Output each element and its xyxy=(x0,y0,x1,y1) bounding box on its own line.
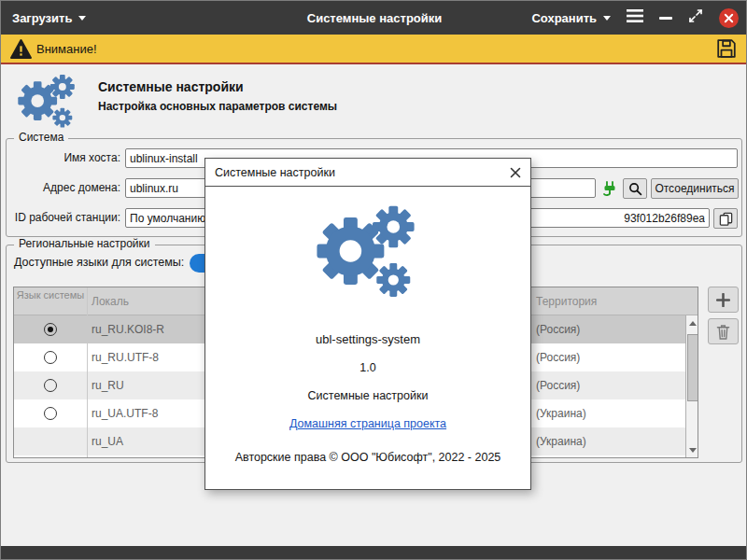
col-header-system-language: Язык системы xyxy=(14,289,87,301)
regional-group-legend: Региональные настройки xyxy=(14,237,155,250)
radio-unselected[interactable] xyxy=(44,351,57,364)
workstation-mode-value: По умолчанию xyxy=(130,212,205,225)
copy-icon xyxy=(719,212,733,226)
radio-unselected[interactable] xyxy=(44,407,57,420)
territory-cell: (Россия) xyxy=(536,371,580,399)
territory-cell: (Украина) xyxy=(536,427,586,455)
save-menu-button[interactable]: Сохранить xyxy=(531,1,611,35)
scroll-down-icon[interactable] xyxy=(686,443,698,456)
app-window: Загрузить Системные настройки Сохранить xyxy=(0,0,747,560)
load-menu-button[interactable]: Загрузить xyxy=(12,1,86,35)
locale-cell: ru_UA xyxy=(92,427,123,455)
disconnect-button[interactable]: Отсоединиться xyxy=(651,178,739,199)
page-title: Системные настройки xyxy=(98,79,244,94)
homepage-link[interactable]: Домашняя страница проекта xyxy=(289,417,446,430)
territory-cell: (Россия) xyxy=(536,343,580,371)
scrollbar-thumb[interactable] xyxy=(687,334,698,401)
plus-icon xyxy=(716,293,730,307)
system-group-legend: Система xyxy=(14,131,68,144)
languages-label: Доступные языки для системы: xyxy=(14,253,184,273)
copyright-text: Авторские права © ООО "Юбисофт", 2022 - … xyxy=(235,451,501,464)
app-gears-icon xyxy=(306,198,430,317)
save-floppy-icon[interactable] xyxy=(716,38,737,63)
locale-cell: ru_RU.UTF-8 xyxy=(92,343,159,371)
col-header-locale: Локаль xyxy=(92,295,129,308)
warning-triangle-icon xyxy=(10,39,32,63)
add-locale-button[interactable] xyxy=(708,287,739,313)
titlebar-actions: Сохранить xyxy=(531,1,739,35)
app-version: 1.0 xyxy=(359,361,375,374)
column-divider xyxy=(87,287,88,457)
maximize-icon[interactable] xyxy=(688,8,703,27)
dialog-titlebar: Системные настройки xyxy=(205,159,530,187)
scroll-up-icon[interactable] xyxy=(686,316,698,329)
status-footer xyxy=(1,546,747,560)
chevron-down-icon xyxy=(78,16,86,21)
close-icon xyxy=(510,167,521,178)
warning-bar: Внимание! xyxy=(1,35,747,64)
territory-cell: (Россия) xyxy=(536,315,580,343)
connection-plug-icon xyxy=(601,180,618,201)
dialog-body: ubl-settings-system 1.0 Системные настро… xyxy=(205,187,530,489)
search-icon xyxy=(628,182,642,196)
warning-text: Внимание! xyxy=(36,35,97,63)
hamburger-menu-icon[interactable] xyxy=(627,9,643,26)
page-subtitle: Настройка основных параметров системы xyxy=(98,100,337,113)
col-header-territory: Территория xyxy=(536,295,597,308)
radio-unselected[interactable] xyxy=(44,379,57,392)
locale-cell: ru_RU xyxy=(92,371,124,399)
about-dialog: Системные настройки ubl-settings-system … xyxy=(204,158,531,490)
close-icon xyxy=(724,13,734,23)
minimize-icon[interactable] xyxy=(659,17,672,20)
copy-button[interactable] xyxy=(713,208,738,229)
radio-selected[interactable] xyxy=(44,323,57,336)
hostname-label: Имя хоста: xyxy=(7,148,120,168)
delete-locale-button[interactable] xyxy=(708,318,739,344)
close-button[interactable] xyxy=(719,8,739,28)
locale-cell: ru_UA.UTF-8 xyxy=(92,399,158,427)
dialog-title: Системные настройки xyxy=(215,159,335,187)
app-name: ubl-settings-system xyxy=(316,332,420,346)
territory-cell: (Украина) xyxy=(536,399,586,427)
chevron-down-icon xyxy=(603,16,611,21)
dialog-close-button[interactable] xyxy=(506,163,525,182)
load-menu-label: Загрузить xyxy=(12,11,72,25)
app-description: Системные настройки xyxy=(308,389,429,402)
trash-icon xyxy=(716,324,730,340)
search-button[interactable] xyxy=(623,178,647,199)
workstation-id-label: ID рабочей станции: xyxy=(7,208,120,228)
table-scrollbar[interactable] xyxy=(685,315,698,457)
locale-cell: ru_RU.KOI8-R xyxy=(92,315,164,343)
window-titlebar: Загрузить Системные настройки Сохранить xyxy=(1,1,747,35)
save-menu-label: Сохранить xyxy=(531,11,597,25)
domain-label: Адрес домена: xyxy=(7,178,120,198)
